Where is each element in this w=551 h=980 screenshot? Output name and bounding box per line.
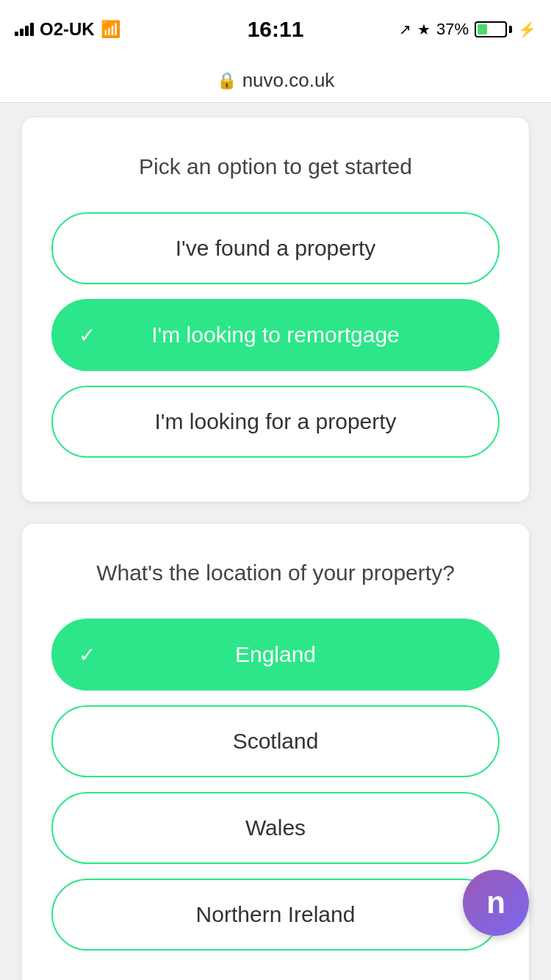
option-scotland-label: Scotland	[233, 729, 319, 754]
lock-icon: 🔒	[217, 71, 237, 90]
option-england-label: England	[235, 642, 316, 667]
check-icon-remortgage: ✓	[79, 323, 96, 347]
card-pick-option: Pick an option to get started I've found…	[22, 118, 529, 502]
option-wales-label: Wales	[245, 815, 306, 840]
option-looking-property-label: I'm looking for a property	[154, 409, 396, 434]
option-england[interactable]: ✓ England	[51, 619, 500, 691]
option-remortgage[interactable]: ✓ I'm looking to remortgage	[51, 299, 500, 371]
url-bar-content: 🔒 nuvo.co.uk	[217, 69, 335, 92]
battery-percent: 37%	[436, 20, 469, 39]
card2-title: What's the location of your property?	[51, 561, 500, 586]
bluetooth-icon: ★	[417, 21, 431, 38]
wifi-icon: 📶	[101, 20, 120, 39]
card1-title: Pick an option to get started	[51, 154, 500, 179]
location-icon: ↗	[399, 21, 411, 38]
card1-options: I've found a property ✓ I'm looking to r…	[51, 212, 500, 458]
option-wales[interactable]: Wales	[51, 792, 500, 864]
carrier-name: O2-UK	[40, 19, 95, 40]
signal-icon	[15, 23, 34, 36]
option-found-property[interactable]: I've found a property	[51, 212, 500, 284]
status-bar-right: ↗ ★ 37% ⚡	[399, 20, 536, 39]
status-bar: O2-UK 📶 16:11 ↗ ★ 37% ⚡	[0, 0, 551, 59]
charging-icon: ⚡	[518, 21, 536, 38]
option-found-property-label: I've found a property	[176, 236, 376, 261]
option-northern-ireland[interactable]: Northern Ireland	[51, 879, 500, 951]
nuvo-fab-label: n	[486, 885, 505, 920]
url-text: nuvo.co.uk	[242, 69, 335, 92]
status-bar-left: O2-UK 📶	[15, 19, 120, 40]
url-bar[interactable]: 🔒 nuvo.co.uk	[0, 59, 551, 103]
card-location: What's the location of your property? ✓ …	[22, 524, 529, 980]
status-time: 16:11	[248, 17, 304, 42]
option-looking-property[interactable]: I'm looking for a property	[51, 386, 500, 458]
option-northern-ireland-label: Northern Ireland	[196, 902, 356, 927]
check-icon-england: ✓	[79, 643, 96, 667]
nuvo-fab-button[interactable]: n	[463, 870, 529, 936]
card2-options: ✓ England Scotland Wales Northern Irelan…	[51, 619, 500, 951]
option-scotland[interactable]: Scotland	[51, 705, 500, 777]
option-remortgage-label: I'm looking to remortgage	[151, 323, 400, 347]
page-content: Pick an option to get started I've found…	[0, 103, 551, 980]
battery-icon	[475, 21, 512, 37]
